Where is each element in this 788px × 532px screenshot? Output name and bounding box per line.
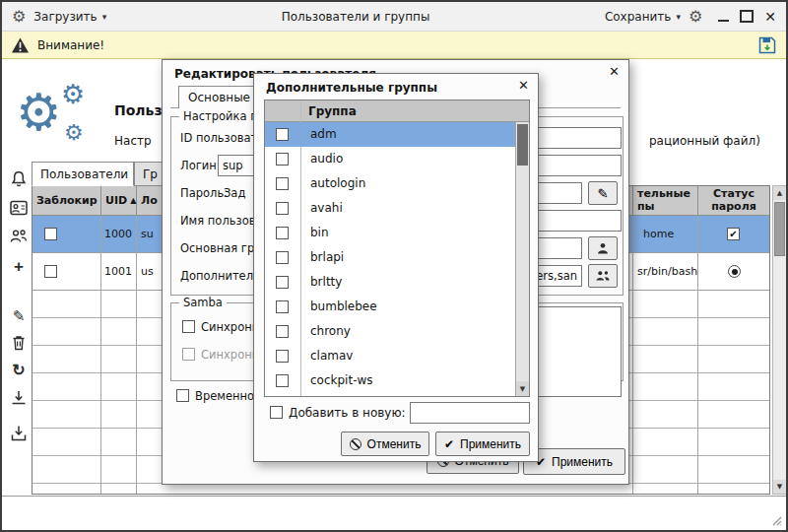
resize-grip[interactable] <box>770 514 783 527</box>
load-button[interactable]: Загрузить ▾ <box>33 10 106 24</box>
plus-icon: + <box>14 258 24 275</box>
group-list-item[interactable]: chrony <box>265 319 515 344</box>
window-controls: ✕ <box>718 10 776 24</box>
group-checkbox[interactable] <box>276 128 289 141</box>
group-checkbox[interactable] <box>276 350 289 363</box>
groups-list-scrollbar[interactable]: ▼ <box>515 122 529 396</box>
caret-down-icon: ▾ <box>676 12 681 22</box>
app-logo-gear-icon: ⚙ <box>61 81 85 107</box>
edit-password-button[interactable]: ✎ <box>588 181 618 205</box>
blocked-checkbox[interactable] <box>44 265 57 278</box>
sort-ascending-icon: ▲ <box>130 196 136 205</box>
group-column-header: Группа <box>265 100 529 122</box>
group-list-item[interactable]: brlapi <box>265 245 515 270</box>
table-vertical-scrollbar[interactable]: ▲ ▼ <box>772 185 787 495</box>
group-checkbox[interactable] <box>276 276 289 289</box>
scroll-up-button[interactable]: ▲ <box>773 186 786 200</box>
group-name: autologin <box>310 176 365 190</box>
group-name: avahi <box>310 201 343 215</box>
apply-button[interactable]: ✔ Применить <box>435 432 530 456</box>
import-button[interactable] <box>7 422 31 445</box>
login-label: Логин: <box>180 159 221 172</box>
column-header-password-status[interactable]: Статус пароля <box>698 186 769 216</box>
column-header-blocked[interactable]: Заблокир <box>33 186 101 216</box>
save-file-button[interactable] <box>757 35 777 55</box>
floppy-disk-icon <box>757 35 777 55</box>
scrollbar-thumb[interactable] <box>517 124 528 166</box>
group-checkbox[interactable] <box>276 374 289 387</box>
column-header-label: пы <box>637 201 655 214</box>
minimize-button[interactable] <box>718 12 729 22</box>
group-list-item[interactable]: bumblebee <box>265 295 515 319</box>
scroll-down-button[interactable]: ▼ <box>516 381 529 396</box>
password-status-radio[interactable] <box>728 265 741 278</box>
group-list-item[interactable]: audio <box>265 147 515 171</box>
trash-icon <box>9 333 29 353</box>
detail-cell: home <box>643 228 674 240</box>
download-button[interactable] <box>7 386 31 410</box>
check-icon: ✔ <box>444 438 454 450</box>
cancel-button[interactable]: Отменить <box>341 432 429 456</box>
pick-primary-group-button[interactable] <box>588 236 618 260</box>
settings-gear-icon[interactable]: ⚙ <box>689 9 702 25</box>
group-list-item[interactable]: brltty <box>265 270 515 295</box>
user-card-button[interactable] <box>7 196 31 220</box>
app-logo-gear-icon: ⚙ <box>16 87 62 138</box>
group-icon <box>594 267 612 285</box>
group-list-item[interactable]: clamav <box>265 344 515 368</box>
group-list-item[interactable]: avahi <box>265 196 515 221</box>
pick-extra-groups-button[interactable] <box>588 264 618 288</box>
new-group-input[interactable] <box>410 402 530 424</box>
group-list-item[interactable]: cockpit-ws <box>265 368 515 393</box>
group-name: cockpit-ws <box>310 373 373 387</box>
blocked-checkbox[interactable] <box>44 228 57 240</box>
save-button-label: Сохранить <box>605 10 672 24</box>
password-status-checkbox[interactable]: ✔ <box>727 228 740 240</box>
refresh-button[interactable]: ↻ <box>7 359 31 382</box>
uid-cell: 1001 <box>104 265 132 278</box>
close-dialog-button[interactable]: ✕ <box>518 79 529 92</box>
additional-groups-dialog: Дополнительные группы ✕ Группа adm audio… <box>253 73 539 462</box>
group-name: clamav <box>310 349 353 363</box>
user-name-label: Имя пользова <box>180 214 263 228</box>
group-checkbox[interactable] <box>276 177 289 190</box>
notifications-button[interactable] <box>7 167 31 191</box>
group-checkbox[interactable] <box>276 202 289 215</box>
temporary-checkbox[interactable] <box>176 389 189 402</box>
column-header-extra-groups[interactable]: тельные пы <box>633 186 698 216</box>
group-checkbox[interactable] <box>276 325 289 338</box>
group-checkbox[interactable] <box>276 300 289 313</box>
group-checkbox[interactable] <box>276 227 289 239</box>
group-column-header-label: Группа <box>308 104 357 118</box>
status-bar <box>2 496 786 530</box>
add-user-button[interactable]: + <box>7 254 31 278</box>
table-gridline <box>632 216 633 494</box>
detail-cell: sr/bin/bash <box>637 265 697 278</box>
edit-user-button[interactable]: ✎ <box>7 303 31 327</box>
column-header-uid[interactable]: UID ▲ <box>101 186 137 216</box>
group-list-item[interactable]: adm <box>265 122 515 147</box>
bell-icon <box>9 169 29 189</box>
warning-bar: Внимание! <box>2 32 786 59</box>
save-button[interactable]: Сохранить ▾ <box>605 10 681 24</box>
close-window-button[interactable]: ✕ <box>764 10 776 24</box>
group-checkbox[interactable] <box>276 153 289 166</box>
tab-users[interactable]: Пользователи <box>32 162 134 186</box>
window-title: Пользователи и группы <box>114 10 597 24</box>
add-to-new-checkbox[interactable] <box>270 406 283 419</box>
table-gridline <box>100 216 101 494</box>
group-list-item[interactable]: autologin <box>265 171 515 196</box>
group-checkbox[interactable] <box>276 251 289 264</box>
samba-sync-checkbox[interactable] <box>182 320 195 333</box>
add-to-new-label: Добавить в новую: <box>289 406 406 420</box>
users-icon <box>9 227 29 246</box>
maximize-button[interactable] <box>740 10 754 23</box>
cancel-button-label: Отменить <box>367 437 422 451</box>
delete-user-button[interactable] <box>7 331 31 355</box>
group-list-item[interactable]: bin <box>265 221 515 245</box>
close-dialog-button[interactable]: ✕ <box>609 65 620 78</box>
scrollbar-thumb[interactable] <box>774 202 785 256</box>
tab-basic[interactable]: Основные <box>178 86 255 108</box>
scroll-down-button[interactable]: ▼ <box>773 480 786 494</box>
groups-button[interactable] <box>7 225 31 248</box>
